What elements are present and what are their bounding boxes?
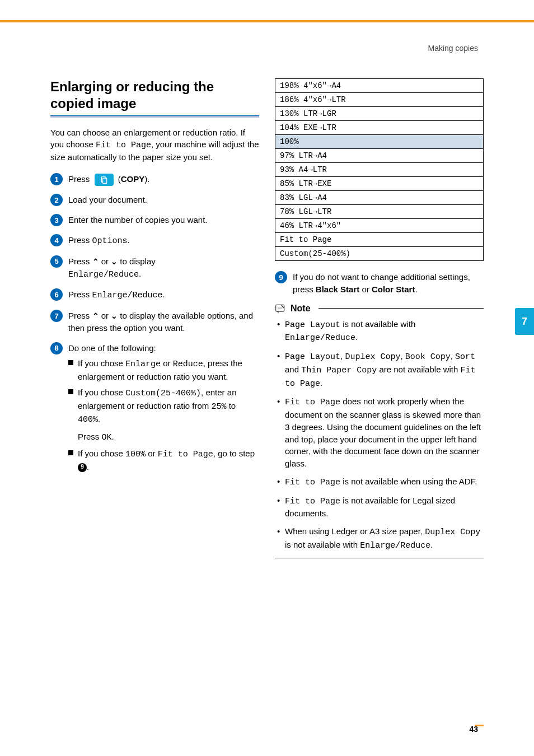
n3-a: Fit to Page bbox=[285, 398, 340, 407]
step-badge-9: 9 bbox=[275, 271, 287, 283]
step-badge-5: 5 bbox=[50, 255, 63, 268]
step-9: 9 If you do not want to change additiona… bbox=[275, 271, 484, 296]
note-item-1: Page Layout is not available with Enlarg… bbox=[277, 318, 484, 345]
n6-d: Enlarge/Reduce bbox=[360, 541, 430, 550]
n1-d: . bbox=[355, 332, 358, 342]
step-ref-9-icon: 9 bbox=[78, 463, 87, 472]
step-8-bullet-2: If you chose Custom(25-400%), enter an e… bbox=[68, 386, 259, 444]
s8b2-i: OK bbox=[102, 433, 112, 442]
s8b2-j: . bbox=[112, 432, 114, 441]
n1-b: is not available with bbox=[340, 319, 415, 329]
s8b2-f: 400% bbox=[78, 415, 98, 424]
up-arrow-icon: ⌃ bbox=[92, 311, 99, 320]
n2-i: Thin Paper Copy bbox=[301, 366, 377, 375]
step-5-text: Press ⌃ or ⌄ to display Enlarge/Reduce. bbox=[68, 255, 259, 281]
ratio-cell: 186% 4"x6"→LTR bbox=[275, 93, 484, 107]
step-badge-3: 3 bbox=[50, 214, 63, 226]
step-9-text: If you do not want to change additional … bbox=[293, 271, 484, 296]
s4-c: . bbox=[128, 235, 130, 245]
note-item-3: Fit to Page does not work properly when … bbox=[277, 395, 484, 470]
s5-c: to display bbox=[118, 256, 156, 266]
s1-c: COPY bbox=[121, 174, 145, 184]
s8-intro: Do one of the following: bbox=[68, 342, 259, 354]
square-bullet-icon bbox=[68, 389, 73, 394]
ratio-cell: Fit to Page bbox=[275, 233, 484, 247]
left-column: Enlarging or reducing the copied image Y… bbox=[50, 78, 259, 722]
n2-c: Duplex Copy bbox=[345, 352, 400, 362]
intro-paragraph: You can choose an enlargement or reducti… bbox=[50, 127, 259, 163]
s8b3-c: or bbox=[146, 449, 158, 458]
n1-a: Page Layout bbox=[285, 320, 340, 330]
running-header: Making copies bbox=[428, 44, 479, 53]
step-badge-8: 8 bbox=[50, 342, 63, 354]
s8b3-b: 100% bbox=[125, 450, 146, 459]
top-rule bbox=[0, 20, 534, 22]
svg-rect-2 bbox=[276, 305, 284, 311]
n2-g: Sort bbox=[455, 352, 475, 362]
s8b1-c: or bbox=[161, 358, 173, 368]
s5-a: Press bbox=[68, 256, 92, 266]
s6-a: Press bbox=[68, 290, 92, 299]
step-5: 5 Press ⌃ or ⌄ to display Enlarge/Reduce… bbox=[50, 255, 259, 281]
s9-d: Color Start bbox=[372, 284, 415, 294]
ratio-cell: 130% LTR→LGR bbox=[275, 107, 484, 121]
s8b2-h: Press bbox=[78, 432, 102, 441]
n2-d: , bbox=[400, 351, 405, 361]
intro-code: Fit to Page bbox=[96, 141, 151, 150]
step-8: 8 Do one of the following: If you chose … bbox=[50, 342, 259, 477]
s8b3-e: , go to step bbox=[213, 449, 255, 458]
ratio-cell: 85% LTR→EXE bbox=[275, 177, 484, 191]
s8b2-b: Custom(25-400%) bbox=[125, 389, 201, 398]
step-badge-6: 6 bbox=[50, 288, 63, 301]
step-badge-2: 2 bbox=[50, 194, 63, 206]
n6-e: . bbox=[430, 540, 433, 549]
note-bottom-rule bbox=[275, 558, 484, 558]
s1-b: ( bbox=[116, 174, 121, 184]
step-6: 6 Press Enlarge/Reduce. bbox=[50, 288, 259, 302]
step-8-text: Do one of the following: If you chose En… bbox=[68, 342, 259, 477]
note-item-4: Fit to Page is not available when using … bbox=[277, 475, 484, 489]
ratio-cell: 97% LTR→A4 bbox=[275, 149, 484, 163]
s9-b: Black Start bbox=[316, 284, 359, 294]
s8b1-a: If you chose bbox=[78, 358, 125, 368]
ratio-cell: 100% bbox=[275, 135, 484, 149]
ratio-cell: 83% LGL→A4 bbox=[275, 191, 484, 205]
s1-d: ). bbox=[144, 174, 149, 184]
step-7: 7 Press ⌃ or ⌄ to display the available … bbox=[50, 310, 259, 334]
step-3-text: Enter the number of copies you want. bbox=[68, 214, 259, 226]
n2-a: Page Layout bbox=[285, 352, 340, 362]
note-item-2: Page Layout, Duplex Copy, Book Copy, Sor… bbox=[277, 350, 484, 390]
step-8-bullet-1: If you chose Enlarge or Reduce, press th… bbox=[68, 357, 259, 383]
step-2-text: Load your document. bbox=[68, 194, 259, 206]
step-1: 1 Press (COPY). bbox=[50, 173, 259, 186]
step-1-text: Press (COPY). bbox=[68, 173, 259, 186]
right-column: 198% 4"x6"→A4186% 4"x6"→LTR130% LTR→LGR1… bbox=[275, 78, 484, 722]
square-bullet-icon bbox=[68, 450, 73, 455]
n4-a: Fit to Page bbox=[285, 478, 340, 487]
n2-j: are not available with bbox=[377, 365, 460, 374]
down-arrow-icon: ⌄ bbox=[111, 257, 118, 266]
s7-a: Press bbox=[68, 311, 92, 320]
s6-c: . bbox=[163, 290, 165, 299]
note-rule bbox=[318, 308, 484, 309]
n1-c: Enlarge/Reduce bbox=[285, 333, 355, 343]
s8b3-g: . bbox=[87, 462, 89, 472]
n6-b: Duplex Copy bbox=[425, 528, 480, 537]
s4-b: Options bbox=[92, 236, 128, 246]
note-item-5: Fit to Page is not available for Legal s… bbox=[277, 494, 484, 520]
s8b3-d: Fit to Page bbox=[158, 450, 213, 459]
s8b3-a: If you chose bbox=[78, 449, 125, 458]
s8b2-g: . bbox=[98, 414, 100, 423]
n5-a: Fit to Page bbox=[285, 497, 340, 506]
ratio-cell: 93% A4→LTR bbox=[275, 163, 484, 177]
n6-a: When using Ledger or A3 size paper, bbox=[285, 526, 425, 536]
ratio-cell: Custom(25-400%) bbox=[275, 247, 484, 261]
n6-c: is not available with bbox=[285, 540, 360, 549]
n2-h: and bbox=[285, 365, 301, 374]
s5-d: Enlarge/Reduce bbox=[68, 270, 139, 279]
step-badge-7: 7 bbox=[50, 310, 63, 322]
square-bullet-icon bbox=[68, 360, 73, 365]
s8b2-e: to bbox=[226, 401, 236, 410]
step-badge-4: 4 bbox=[50, 234, 63, 246]
chapter-tab: 7 bbox=[515, 308, 534, 335]
